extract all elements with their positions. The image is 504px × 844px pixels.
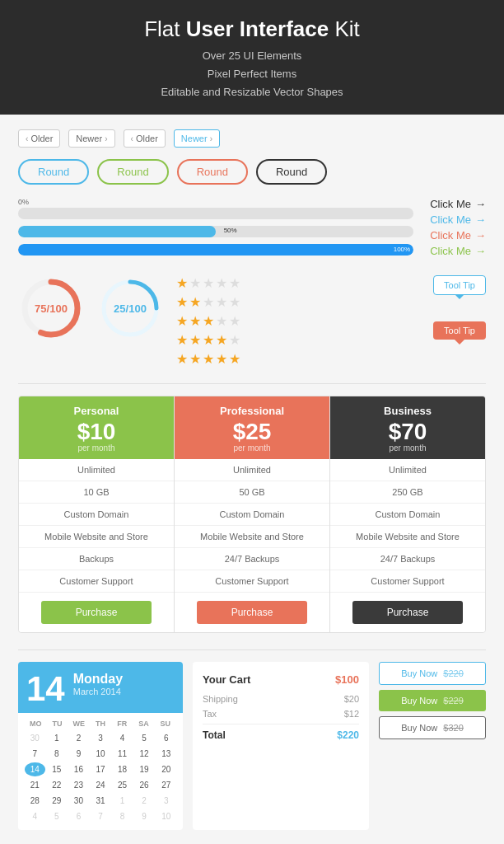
pricing-col-business: Business $70 per month Unlimited 250 GB … — [330, 396, 485, 632]
round-btn-red[interactable]: Round — [177, 159, 248, 185]
tooltip-outline: Tool Tip — [433, 275, 486, 295]
tooltip-filled: Tool Tip — [433, 321, 486, 340]
chevron-right-icon-2: › — [210, 134, 212, 143]
click-link-blue[interactable]: Click Me → — [430, 213, 486, 226]
buy-buttons: Buy Now $220 Buy Now $229 Buy Now $320 — [379, 662, 486, 830]
buy-btn-dark[interactable]: Buy Now $320 — [379, 716, 486, 739]
page-subtitle: Over 25 UI Elements Pixel Perfect Items … — [8, 47, 496, 101]
pricing-features-professional: Unlimited 50 GB Custom Domain Mobile Web… — [175, 459, 329, 593]
bottom-section: 14 Monday March 2014 MO TU WE TH FR SA S… — [18, 662, 486, 830]
stars-group: ★ ★ ★ ★ ★ ★ ★ ★ ★ ★ ★ ★ ★ ★ ★ ★ — [176, 275, 240, 367]
divider-2 — [18, 649, 486, 650]
calendar-day-info: Monday March 2014 — [73, 672, 123, 696]
calendar-header: 14 Monday March 2014 — [18, 662, 183, 713]
calendar: 14 Monday March 2014 MO TU WE TH FR SA S… — [18, 662, 183, 830]
pagination-row: ‹ Older Newer › ‹ Older Newer › — [18, 129, 486, 148]
pricing-table: Personal $10 per month Unlimited 10 GB C… — [18, 396, 486, 633]
purchase-btn-professional[interactable]: Purchase — [197, 601, 307, 624]
pricing-col-personal: Personal $10 per month Unlimited 10 GB C… — [19, 396, 175, 632]
click-link-red[interactable]: Click Me → — [430, 229, 486, 241]
calendar-grid: MO TU WE TH FR SA SU 30 123456 789101112… — [18, 713, 183, 830]
cart-box: Your Cart $100 Shipping $20 Tax $12 Tota… — [193, 662, 369, 830]
calendar-day-name: Monday — [73, 672, 123, 687]
chevron-right-icon: › — [105, 134, 107, 143]
purchase-btn-business[interactable]: Purchase — [352, 601, 463, 624]
plan-price-personal: $10 — [24, 420, 169, 443]
star-row-1: ★ ★ ★ ★ ★ — [176, 275, 240, 291]
progress-bar-1: 0% — [18, 198, 413, 219]
star-row-2: ★ ★ ★ ★ ★ — [176, 294, 240, 310]
svg-text:75/100: 75/100 — [35, 302, 68, 315]
plan-name-personal: Personal — [24, 405, 169, 417]
calendar-month-year: March 2014 — [73, 687, 123, 696]
pag-newer-btn-2[interactable]: Newer › — [174, 129, 220, 148]
round-btn-blue[interactable]: Round — [18, 159, 89, 185]
pricing-header-personal: Personal $10 per month — [19, 396, 174, 459]
plan-per-personal: per month — [24, 443, 169, 452]
pricing-header-professional: Professional $25 per month — [175, 396, 329, 459]
pricing-features-personal: Unlimited 10 GB Custom Domain Mobile Web… — [19, 459, 174, 593]
purchase-btn-personal[interactable]: Purchase — [41, 601, 152, 624]
pag-older-btn-2[interactable]: ‹ Older — [124, 129, 166, 148]
gauge-1: 75/100 — [18, 275, 84, 341]
star-row-4: ★ ★ ★ ★ ★ — [176, 332, 240, 348]
page-header: Flat User Interface Kit Over 25 UI Eleme… — [0, 0, 504, 115]
calendar-days: 30 123456 78910111213 14151617181920 212… — [25, 731, 176, 823]
page-title: Flat User Interface Kit — [8, 16, 496, 42]
plan-price-business: $70 — [335, 420, 480, 443]
chevron-left-icon: ‹ — [26, 134, 28, 143]
plan-per-business: per month — [335, 443, 480, 452]
click-links: Click Me → Click Me → Click Me → Click M… — [430, 198, 486, 262]
cart-row-shipping: Shipping $20 — [203, 694, 359, 704]
progress-bars: 0% 50% 100% — [18, 198, 413, 262]
progress-section: 0% 50% 100% Click Me → Click Me → — [18, 198, 486, 262]
plan-name-business: Business — [335, 405, 480, 417]
round-btn-dark[interactable]: Round — [256, 159, 327, 185]
round-buttons-row: Round Round Round Round — [18, 159, 486, 185]
cart-row-total: Total $220 — [203, 724, 359, 741]
svg-text:25/100: 25/100 — [114, 302, 147, 315]
click-link-green[interactable]: Click Me → — [430, 245, 486, 257]
chevron-left-icon-2: ‹ — [131, 134, 133, 143]
calendar-day-number: 14 — [26, 672, 65, 706]
star-row-3: ★ ★ ★ ★ ★ — [176, 313, 240, 329]
plan-name-professional: Professional — [180, 405, 324, 417]
pricing-col-professional: Professional $25 per month Unlimited 50 … — [175, 396, 330, 632]
pag-newer-btn-1[interactable]: Newer › — [68, 129, 114, 148]
tooltips-group: Tool Tip Tool Tip — [433, 275, 486, 340]
gauge-2: 25/100 — [97, 275, 163, 341]
main-content: ‹ Older Newer › ‹ Older Newer › Round Ro… — [0, 115, 504, 844]
pricing-header-business: Business $70 per month — [330, 396, 485, 459]
pag-older-btn-1[interactable]: ‹ Older — [18, 129, 60, 148]
calendar-weekdays: MO TU WE TH FR SA SU — [25, 720, 176, 728]
pricing-features-business: Unlimited 250 GB Custom Domain Mobile We… — [330, 459, 485, 593]
cart-row-tax: Tax $12 — [203, 709, 359, 719]
plan-price-professional: $25 — [180, 420, 324, 443]
plan-per-professional: per month — [180, 443, 324, 452]
progress-bar-3: 100% — [18, 244, 413, 256]
star-row-5: ★ ★ ★ ★ ★ — [176, 351, 240, 367]
buy-btn-green[interactable]: Buy Now $229 — [379, 690, 486, 711]
progress-bar-2: 50% — [18, 226, 413, 237]
buy-btn-outline[interactable]: Buy Now $220 — [379, 662, 486, 685]
gauges-row: 75/100 25/100 ★ ★ ★ ★ ★ ★ ★ ★ — [18, 275, 486, 367]
cart-title: Your Cart $100 — [203, 673, 359, 686]
click-link-black[interactable]: Click Me → — [430, 198, 486, 210]
divider-1 — [18, 383, 486, 384]
round-btn-green[interactable]: Round — [97, 159, 168, 185]
